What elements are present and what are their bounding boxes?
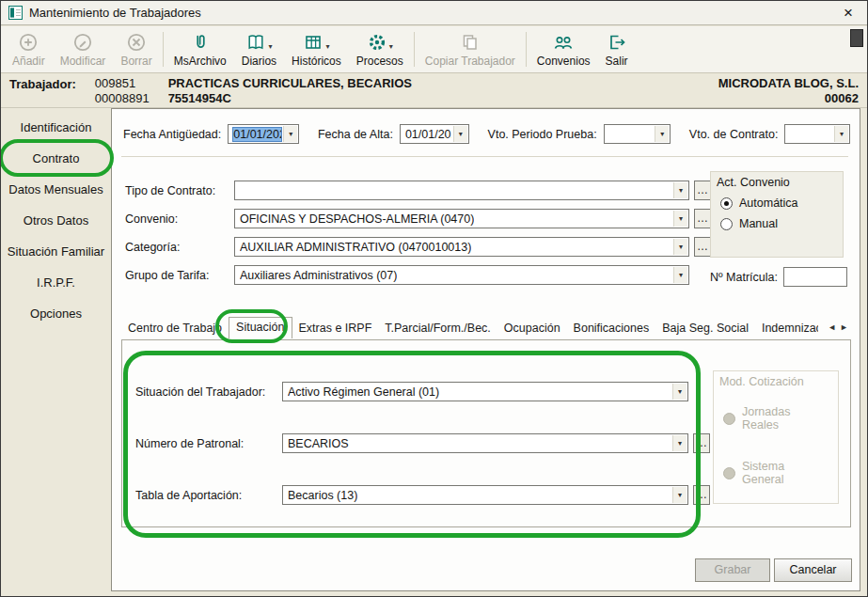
tabla-aportacion-label: Tabla de Aportación:	[135, 489, 282, 502]
tabla-aportacion-value: Becarios (13)	[288, 489, 357, 502]
sidebar-item-situacion-familiar[interactable]: Situación Familiar	[1, 236, 111, 267]
numero-patronal-row: Número de Patronal: BECARIOS ▾ …	[135, 433, 710, 453]
chevron-down-icon[interactable]: ▾	[283, 126, 297, 142]
toolbar-button-convenios[interactable]: Convenios	[529, 28, 598, 71]
company-info: MICRODATA BLOG, S.L. 00062	[718, 76, 859, 107]
convenio-label: Convenio:	[125, 212, 234, 226]
sidebar-item-identificacion[interactable]: Identificación	[1, 112, 111, 143]
window-title: Mantenimiento de Trabajadores	[29, 6, 201, 20]
cancelar-button[interactable]: Cancelar	[774, 558, 852, 582]
tabla-aportacion-browse-button[interactable]: …	[693, 485, 710, 505]
toolbar-button-borrar[interactable]: Borrar	[113, 28, 159, 71]
tab-bonificaciones[interactable]: Bonificaciones	[567, 319, 656, 338]
toolbar-button-diarios[interactable]: ▾ Diarios	[234, 28, 284, 71]
convenio-combo[interactable]: OFICINAS Y DESPACHOS-ALMERIA (0470) ▾	[234, 209, 689, 228]
tab-situacion[interactable]: Situación	[229, 317, 292, 338]
app-window: Mantenimiento de Trabajadores × Añadir M…	[0, 0, 868, 597]
chevron-down-icon[interactable]: ▾	[453, 126, 467, 142]
fecha-alta-label: Fecha de Alta:	[318, 128, 393, 141]
numero-patronal-combo[interactable]: BECARIOS ▾	[282, 433, 688, 453]
scroll-left-icon[interactable]: ◄	[828, 322, 836, 332]
tab-tparcial-form-bec[interactable]: T.Parcial/Form./Bec.	[378, 319, 497, 338]
toolbar-separator	[163, 32, 164, 67]
tab-extras-e-irpf[interactable]: Extras e IRPF	[292, 319, 379, 338]
sidebar-item-otros-datos[interactable]: Otros Datos	[1, 205, 111, 236]
num-matricula-input[interactable]	[783, 267, 847, 287]
sidebar-item-datos-mensuales[interactable]: Datos Mensuales	[1, 174, 111, 205]
act-convenio-group: Act. Convenio Automática Manual	[710, 171, 844, 258]
close-button[interactable]: ×	[837, 2, 860, 24]
grabar-button[interactable]: Grabar	[695, 558, 770, 582]
chevron-down-icon[interactable]: ▾	[672, 487, 687, 503]
tipo-contrato-combo[interactable]: ▾	[234, 181, 689, 200]
chevron-down-icon[interactable]: ▾	[655, 126, 669, 142]
fecha-antiguedad-value: 01/01/2024	[233, 128, 281, 141]
radio-dot-icon	[723, 467, 735, 479]
tipo-contrato-row: Tipo de Contrato: ▾ …	[125, 181, 711, 200]
paperclip-icon	[190, 32, 211, 53]
categoria-combo[interactable]: AUXILIAR ADMINISTRATIVO (0470010013) ▾	[234, 237, 689, 257]
radio-manual[interactable]: Manual	[720, 217, 833, 230]
company-name: MICRODATA BLOG, S.L.	[718, 76, 859, 91]
main-panel: Fecha Antigüedad: 01/01/2024 ▾ Fecha de …	[111, 108, 860, 591]
worker-label: Trabajador:	[9, 76, 76, 107]
scroll-right-icon[interactable]: ►	[840, 322, 848, 332]
grupo-tarifa-combo[interactable]: Auxiliares Administrativos (07) ▾	[234, 265, 689, 285]
sidebar: Identificación Contrato Datos Mensuales …	[1, 108, 111, 596]
toolbar-label: Modificar	[60, 55, 106, 68]
chevron-down-icon[interactable]: ▾	[672, 435, 687, 451]
toolbar-button-msarchivo[interactable]: MsArchivo	[166, 28, 234, 71]
tabla-aportacion-combo[interactable]: Becarios (13) ▾	[282, 485, 688, 505]
chevron-down-icon[interactable]: ▾	[672, 384, 687, 400]
sidebar-item-contrato[interactable]: Contrato	[1, 143, 111, 174]
chevron-down-icon[interactable]: ▾	[834, 126, 848, 142]
toolbar-button-anadir[interactable]: Añadir	[5, 28, 53, 71]
fecha-alta-value: 01/01/2024	[405, 128, 451, 141]
chevron-down-icon[interactable]: ▾	[325, 42, 329, 53]
situacion-tab-panel: Situación del Trabajador: Activo Régimen…	[121, 339, 851, 527]
toolbar-button-salir[interactable]: Salir	[598, 28, 636, 71]
toolbar-button-copiar-trabajador[interactable]: Copiar Trabajador	[418, 28, 523, 71]
radio-dot-icon	[723, 413, 735, 425]
company-code: 00062	[718, 91, 859, 106]
toolbar-label: Históricos	[292, 55, 341, 68]
tab-ocupacion[interactable]: Ocupación	[497, 319, 567, 338]
fecha-antiguedad-combo[interactable]: 01/01/2024 ▾	[228, 124, 299, 144]
categoria-label: Categoría:	[125, 241, 234, 254]
chevron-down-icon[interactable]: ▾	[673, 239, 687, 255]
toolbar: Añadir Modificar Borrar MsArchivo	[1, 26, 867, 73]
radio-sistema-general-label: Sistema General	[742, 460, 829, 486]
radio-automatica[interactable]: Automática	[720, 196, 833, 210]
toolbar-button-historicos[interactable]: ▾ Históricos	[284, 28, 349, 71]
categoria-row: Categoría: AUXILIAR ADMINISTRATIVO (0470…	[125, 237, 711, 257]
tipo-contrato-browse-button[interactable]: …	[694, 181, 711, 200]
toolbar-button-procesos[interactable]: ▾ Procesos	[349, 28, 411, 71]
toolbar-separator	[414, 32, 415, 67]
sidebar-item-opciones[interactable]: Opciones	[1, 298, 111, 329]
plus-icon	[18, 32, 39, 53]
chevron-down-icon[interactable]: ▾	[389, 42, 393, 53]
tab-indemnizacion[interactable]: Indemnización	[755, 319, 818, 338]
toolbar-button-modificar[interactable]: Modificar	[53, 28, 114, 71]
worker-code-2: 00008891	[95, 91, 150, 106]
vto-contrato-combo[interactable]: ▾	[784, 124, 850, 144]
toolbar-label: MsArchivo	[174, 55, 227, 68]
sidebar-item-irpf[interactable]: I.R.P.F.	[1, 267, 111, 298]
situacion-trabajador-combo[interactable]: Activo Régimen General (01) ▾	[282, 382, 688, 401]
categoria-browse-button[interactable]: …	[694, 237, 711, 257]
chevron-down-icon[interactable]: ▾	[673, 211, 687, 227]
radio-sistema-general: Sistema General	[723, 460, 829, 486]
numero-patronal-browse-button[interactable]: …	[693, 433, 710, 453]
convenio-browse-button[interactable]: …	[694, 209, 711, 228]
tab-baja-seg-social[interactable]: Baja Seg. Social	[655, 319, 755, 338]
vto-periodo-prueba-combo[interactable]: ▾	[604, 124, 671, 144]
radio-jornadas-reales: Jornadas Reales	[723, 405, 829, 432]
toolbar-grip[interactable]	[850, 29, 863, 47]
chevron-down-icon[interactable]: ▾	[268, 42, 272, 53]
people-icon	[551, 32, 576, 53]
chevron-down-icon[interactable]: ▾	[673, 267, 687, 283]
chevron-down-icon[interactable]: ▾	[673, 182, 687, 198]
toolbar-label: Añadir	[12, 55, 45, 68]
fecha-alta-combo[interactable]: 01/01/2024 ▾	[400, 124, 469, 144]
tab-centro-de-trabajo[interactable]: Centro de Trabajo	[121, 319, 229, 338]
